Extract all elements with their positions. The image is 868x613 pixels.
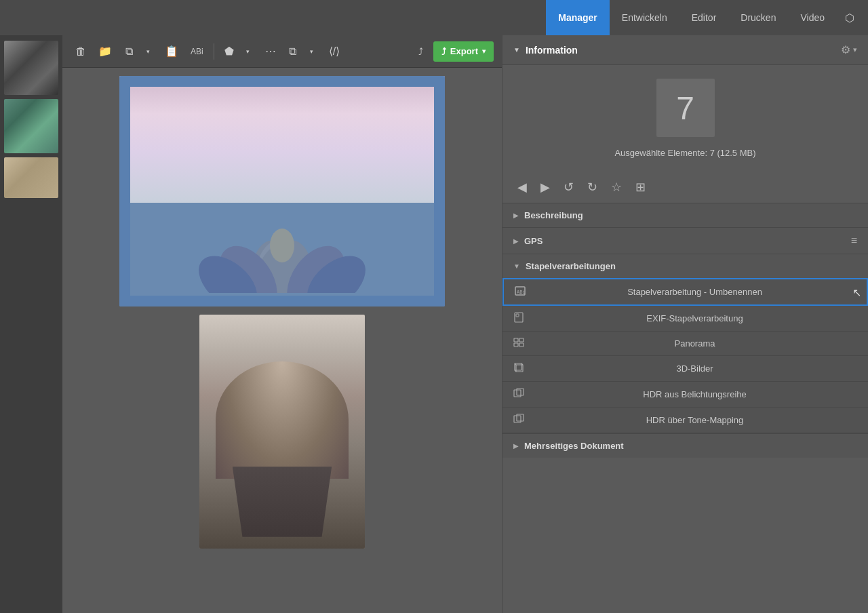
export-dropdown-arrow[interactable]: ▾ xyxy=(482,47,486,55)
info-preview: 7 Ausgewählte Elemente: 7 (12.5 MB) xyxy=(502,65,868,172)
gear-dropdown-arrow[interactable]: ▾ xyxy=(853,45,857,54)
stapel-item-hdr-tone[interactable]: HDR über Tone-Mapping xyxy=(502,408,868,433)
share-button[interactable]: ⟨/⟩ xyxy=(324,41,344,62)
top-navigation: Manager Entwickeln Editor Drucken Video … xyxy=(0,0,868,35)
gps-collapse-icon: ▶ xyxy=(513,237,519,245)
beschreibung-section: ▶ Beschreibung xyxy=(502,203,868,228)
thumbnail-3[interactable] xyxy=(4,157,58,198)
star-icon[interactable]: ☆ xyxy=(607,177,626,197)
second-row xyxy=(199,315,365,549)
stapel-collapse-icon: ▼ xyxy=(513,262,520,270)
tab-video[interactable]: Video xyxy=(788,0,837,35)
delete-button[interactable]: 🗑 xyxy=(71,41,91,62)
prev-arrow-icon[interactable]: ◀ xyxy=(513,177,531,197)
stapel-item-exif[interactable]: EXIF-Stapelverarbeitung xyxy=(502,306,868,332)
gps-header[interactable]: ▶ GPS ≡ xyxy=(502,228,868,254)
thumbnail-2[interactable] xyxy=(4,99,58,153)
svg-rect-15 xyxy=(519,343,524,347)
rotate-cw-icon[interactable]: ↻ xyxy=(583,177,601,197)
information-section-header[interactable]: ▼ Information ⚙ ▾ xyxy=(502,35,868,65)
tab-entwickeln[interactable]: Entwickeln xyxy=(610,0,679,35)
separator-1 xyxy=(214,43,214,60)
svg-rect-12 xyxy=(514,338,518,342)
grid-dots-button[interactable]: ⋯ xyxy=(260,41,281,62)
svg-point-7 xyxy=(270,229,294,262)
external-link-icon[interactable]: ⬡ xyxy=(837,0,863,35)
stapelverarbeitungen-header[interactable]: ▼ Stapelverarbeitungen xyxy=(502,254,868,278)
gear-icon[interactable]: ⚙ xyxy=(841,43,850,56)
add-grid-icon[interactable]: ⊞ xyxy=(631,177,650,197)
add-folder-button[interactable]: 📁 xyxy=(94,41,117,62)
rotate-ccw-icon[interactable]: ↺ xyxy=(559,177,578,197)
svg-text:ABi: ABi xyxy=(517,290,526,295)
selection-info-text: Ausgewählte Elemente: 7 (12.5 MB) xyxy=(614,148,755,158)
action-bar: ◀ ▶ ↺ ↻ ☆ ⊞ xyxy=(502,172,868,203)
toolbar: 🗑 📁 ⧉ ▾ 📋 ABi ⬟ ▾ ⋯ ⧉ ▾ ⟨/⟩ ⤴ ⤴ Ex xyxy=(62,35,502,68)
hdr-belichtung-label: HDR aus Belichtungsreihe xyxy=(532,389,857,399)
tab-editor[interactable]: Editor xyxy=(679,0,729,35)
thumbnail-1[interactable] xyxy=(4,41,58,95)
beschreibung-label: Beschreibung xyxy=(524,210,857,220)
share-icon-button[interactable]: ⤴ xyxy=(412,41,431,62)
stapel-item-panorama[interactable]: Panorama xyxy=(502,332,868,356)
mehrseitiges-label: Mehrseitiges Dokument xyxy=(524,441,624,451)
mehrseitiges-collapse-icon: ▶ xyxy=(513,442,519,450)
stapel-item-3d[interactable]: 3D-Bilder xyxy=(502,356,868,382)
stack-dropdown[interactable]: ▾ xyxy=(302,41,321,62)
stack-group: ⧉ ▾ xyxy=(283,41,321,62)
stapelverarbeitungen-section: ▼ Stapelverarbeitungen ABi Stapelverarbe… xyxy=(502,254,868,434)
tab-manager[interactable]: Manager xyxy=(546,0,610,35)
export-button[interactable]: ⤴ Export ▾ xyxy=(433,41,494,62)
stapel-item-umbenennen[interactable]: ABi Stapelverarbeitung - Umbenennen ↖ xyxy=(502,278,868,306)
main-content: 🗑 📁 ⧉ ▾ 📋 ABi ⬟ ▾ ⋯ ⧉ ▾ ⟨/⟩ ⤴ ⤴ Ex xyxy=(0,35,868,613)
thumbnail-strip xyxy=(0,35,62,613)
3d-icon xyxy=(513,362,526,375)
photo-library-container[interactable] xyxy=(199,315,365,549)
beschreibung-header[interactable]: ▶ Beschreibung xyxy=(502,203,868,227)
collapse-triangle-information: ▼ xyxy=(513,46,520,54)
3d-label: 3D-Bilder xyxy=(532,363,857,374)
stack-button[interactable]: ⧉ xyxy=(283,41,302,62)
photos-area xyxy=(62,68,502,613)
next-arrow-icon[interactable]: ▶ xyxy=(536,177,554,197)
stapelverarbeitungen-label: Stapelverarbeitungen xyxy=(526,261,616,271)
stapel-item-hdr-belichtung[interactable]: HDR aus Belichtungsreihe xyxy=(502,382,868,408)
umbenennen-label: Stapelverarbeitung - Umbenennen xyxy=(534,287,856,297)
panorama-label: Panorama xyxy=(532,338,857,349)
exif-icon xyxy=(513,312,526,325)
umbenennen-icon: ABi xyxy=(515,285,527,298)
copy-group: ⧉ ▾ xyxy=(119,41,157,62)
svg-rect-11 xyxy=(516,314,519,317)
beschreibung-collapse-icon: ▶ xyxy=(513,212,519,219)
mehrseitiges-header[interactable]: ▶ Mehrseitiges Dokument xyxy=(502,434,868,458)
gps-section: ▶ GPS ≡ xyxy=(502,228,868,254)
photo-lotus-container[interactable] xyxy=(119,76,445,306)
right-panel: ▼ Information ⚙ ▾ 7 Ausgewählte Elemente… xyxy=(502,35,868,613)
export-icon: ⤴ xyxy=(441,46,446,57)
shape-button[interactable]: ⬟ xyxy=(220,41,239,62)
mehrseitiges-section: ▶ Mehrseitiges Dokument xyxy=(502,434,868,458)
hdr-belichtung-icon xyxy=(513,388,526,401)
exif-label: EXIF-Stapelverarbeitung xyxy=(532,313,857,323)
tab-drucken[interactable]: Drucken xyxy=(728,0,788,35)
abi-button[interactable]: ABi xyxy=(186,41,208,62)
copy-button[interactable]: ⧉ xyxy=(119,41,138,62)
nav-tabs: Manager Entwickeln Editor Drucken Video … xyxy=(546,0,863,35)
move-button[interactable]: 📋 xyxy=(160,41,183,62)
shape-dropdown[interactable]: ▾ xyxy=(239,41,258,62)
selection-count-thumb: 7 xyxy=(656,79,715,137)
gps-label: GPS xyxy=(524,236,851,246)
copy-dropdown[interactable]: ▾ xyxy=(138,41,157,62)
center-panel: 🗑 📁 ⧉ ▾ 📋 ABi ⬟ ▾ ⋯ ⧉ ▾ ⟨/⟩ ⤴ ⤴ Ex xyxy=(62,35,502,613)
cursor-indicator: ↖ xyxy=(852,285,861,298)
svg-rect-13 xyxy=(519,338,524,342)
panorama-icon xyxy=(513,338,526,349)
hdr-tone-icon xyxy=(513,414,526,427)
shape-group: ⬟ ▾ xyxy=(220,41,258,62)
svg-rect-14 xyxy=(514,343,518,347)
gps-menu-icon[interactable]: ≡ xyxy=(851,235,857,247)
information-title: Information xyxy=(526,45,841,56)
hdr-tone-label: HDR über Tone-Mapping xyxy=(532,415,857,425)
